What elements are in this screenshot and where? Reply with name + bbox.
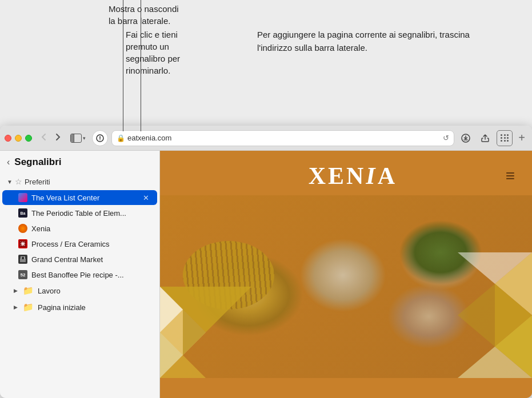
bookmark-remove-vera-list[interactable]: ✕ [142, 194, 150, 202]
bookmark-label-banoffee: Best Banoffee Pie recipe -... [31, 271, 150, 279]
lock-icon: 🔒 [117, 134, 125, 142]
folder-label-pagina-iniziale: Pagina iniziale [38, 303, 150, 312]
favorites-section: ▼ ☆ Preferiti The Vera List Center ✕ Ba … [0, 174, 159, 282]
favorites-header[interactable]: ▼ ☆ Preferiti [0, 174, 159, 190]
xenia-logo: XENiA [309, 162, 397, 190]
download-button[interactable] [458, 130, 474, 146]
triangle-expand-icon: ▼ [7, 179, 13, 185]
address-bar-container: 🔒 eatxenia.com ↺ + [92, 130, 527, 146]
sidebar: ‹ Segnalibri ▼ ☆ Preferiti The Vera List… [0, 151, 160, 398]
sidebar-toggle-button[interactable]: ▾ [67, 132, 89, 144]
share-button[interactable] [477, 130, 493, 146]
folder-item-lavoro[interactable]: ▶ 📁 Lavoro [2, 283, 157, 299]
annotation-line-2 [141, 0, 141, 131]
content-blocker-button[interactable] [92, 130, 108, 146]
bookmark-label-process-ceramics: Process / Era Ceramics [31, 240, 150, 248]
geo-pattern-right [458, 252, 532, 378]
web-content: XENiA ≡ [160, 151, 532, 398]
sidebar-header: ‹ Segnalibri [0, 151, 159, 174]
bookmark-label-xenia: Xenia [31, 224, 150, 233]
tab-dots-grid [501, 134, 509, 142]
main-content: ‹ Segnalibri ▼ ☆ Preferiti The Vera List… [0, 151, 532, 398]
star-icon: ☆ [15, 177, 22, 186]
sidebar-back-button[interactable]: ‹ [7, 157, 10, 167]
title-bar: ▾ 🔒 eatxenia.com ↺ [0, 126, 532, 151]
forward-button[interactable] [53, 132, 64, 144]
favicon-vera-list [18, 193, 27, 202]
annotations-overlay: Mostra o nascondi la barra laterale. Fai… [0, 0, 532, 131]
folder-arrow-pagina-iniziale: ▶ [14, 304, 18, 310]
chevron-down-icon: ▾ [83, 135, 86, 141]
browser-window: ▾ 🔒 eatxenia.com ↺ [0, 126, 532, 398]
favicon-xenia [18, 224, 27, 233]
geo-pattern-left [160, 287, 251, 378]
food-photo-area [160, 195, 532, 378]
favicon-process-ceramics [18, 239, 27, 248]
xenia-header: XENiA ≡ [160, 151, 532, 195]
folder-label-lavoro: Lavoro [38, 287, 150, 295]
favicon-periodic-table: Ba [18, 208, 27, 218]
bookmark-item-vera-list[interactable]: The Vera List Center ✕ [2, 190, 157, 205]
folder-icon-pagina-iniziale: 📁 [23, 302, 34, 312]
bookmark-item-periodic-table[interactable]: Ba The Periodic Table of Elem... [2, 206, 157, 220]
folder-arrow-lavoro: ▶ [14, 288, 18, 294]
annotation-line-1 [123, 0, 123, 131]
bookmark-item-banoffee[interactable]: 52 Best Banoffee Pie recipe -... [2, 267, 157, 282]
svg-point-1 [99, 139, 101, 140]
annotation-tooltip-3: Per aggiungere la pagina corrente ai seg… [257, 29, 474, 54]
hamburger-menu-button[interactable]: ≡ [506, 167, 515, 185]
sidebar-icon [70, 134, 82, 143]
new-tab-button[interactable]: + [516, 131, 527, 144]
favicon-grand-central [18, 255, 27, 264]
back-button[interactable] [38, 132, 49, 144]
bookmark-item-process-ceramics[interactable]: Process / Era Ceramics [2, 236, 157, 251]
favorites-label: Preferiti [25, 178, 50, 186]
url-text: eatxenia.com [127, 134, 441, 142]
bookmark-label-vera-list: The Vera List Center [31, 194, 138, 202]
reload-button[interactable]: ↺ [443, 134, 449, 142]
bookmark-label-grand-central: Grand Central Market [31, 255, 150, 264]
annotation-tooltip-1: Mostra o nascondi la barra laterale. [109, 3, 179, 27]
folder-item-pagina-iniziale[interactable]: ▶ 📁 Pagina iniziale [2, 299, 157, 315]
bookmark-item-grand-central[interactable]: Grand Central Market [2, 252, 157, 267]
annotation-tooltip-2: Fai clic e tieni premuto un segnalibro p… [126, 29, 180, 77]
address-bar[interactable]: 🔒 eatxenia.com ↺ [111, 130, 454, 146]
tab-overview-button[interactable] [497, 130, 513, 146]
bookmark-item-xenia[interactable]: Xenia [2, 221, 157, 236]
traffic-lights [5, 135, 32, 142]
sidebar-title: Segnalibri [14, 156, 61, 168]
folder-icon-lavoro: 📁 [23, 286, 34, 296]
minimize-button[interactable] [15, 135, 22, 142]
favicon-banoffee: 52 [18, 270, 27, 279]
xenia-website: XENiA ≡ [160, 151, 532, 398]
close-button[interactable] [5, 135, 11, 142]
maximize-button[interactable] [25, 135, 32, 142]
bookmark-label-periodic-table: The Periodic Table of Elem... [31, 209, 150, 218]
svg-marker-19 [458, 284, 495, 347]
sidebar-list: ▼ ☆ Preferiti The Vera List Center ✕ Ba … [0, 174, 159, 398]
svg-rect-7 [22, 257, 24, 259]
